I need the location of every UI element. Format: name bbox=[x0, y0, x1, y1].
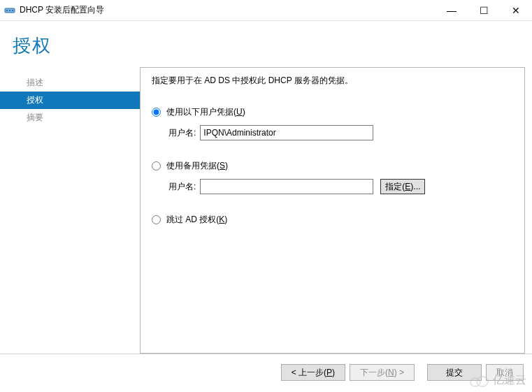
svg-rect-1 bbox=[6, 10, 8, 11]
radio-use-alt-creds[interactable] bbox=[152, 161, 161, 170]
window-title: DHCP 安装后配置向导 bbox=[20, 4, 436, 16]
radio-skip-ad-auth[interactable] bbox=[152, 215, 161, 224]
header: 授权 bbox=[0, 21, 532, 67]
svg-rect-3 bbox=[12, 10, 13, 11]
option1-label: 使用以下用户凭据(U) bbox=[166, 106, 245, 118]
current-creds-field: 用户名: bbox=[168, 125, 513, 140]
footer: < 上一步(P) 下一步(N) > 提交 取消 bbox=[0, 354, 532, 391]
commit-button[interactable]: 提交 bbox=[427, 364, 482, 381]
sidebar-item-summary[interactable]: 摘要 bbox=[0, 109, 140, 126]
window-controls: — ☐ ✕ bbox=[436, 0, 532, 20]
back-button[interactable]: < 上一步(P) bbox=[281, 364, 345, 381]
close-button[interactable]: ✕ bbox=[500, 0, 532, 20]
radio-use-current-creds[interactable] bbox=[152, 108, 161, 117]
minimize-button[interactable]: — bbox=[436, 0, 468, 20]
option3-label: 跳过 AD 授权(K) bbox=[166, 214, 227, 226]
sidebar: 描述 授权 摘要 bbox=[0, 67, 140, 354]
cancel-button[interactable]: 取消 bbox=[486, 364, 524, 381]
page-title: 授权 bbox=[13, 34, 532, 58]
option-use-alt-creds[interactable]: 使用备用凭据(S) bbox=[152, 160, 513, 172]
option-use-current-creds[interactable]: 使用以下用户凭据(U) bbox=[152, 106, 513, 118]
username-label-2: 用户名: bbox=[168, 181, 196, 193]
main: 描述 授权 摘要 指定要用于在 AD DS 中授权此 DHCP 服务器的凭据。 … bbox=[0, 67, 532, 354]
svg-rect-2 bbox=[9, 10, 10, 11]
specify-button[interactable]: 指定(E)... bbox=[380, 179, 425, 194]
instruction-text: 指定要用于在 AD DS 中授权此 DHCP 服务器的凭据。 bbox=[152, 75, 513, 87]
username-label-1: 用户名: bbox=[168, 127, 196, 139]
titlebar: DHCP 安装后配置向导 — ☐ ✕ bbox=[0, 0, 532, 21]
sidebar-item-description[interactable]: 描述 bbox=[0, 74, 140, 92]
dhcp-icon bbox=[4, 5, 15, 16]
username-input-1[interactable] bbox=[200, 125, 373, 140]
sidebar-item-authorization[interactable]: 授权 bbox=[0, 92, 140, 109]
next-button[interactable]: 下一步(N) > bbox=[350, 364, 415, 381]
option-skip-ad-auth[interactable]: 跳过 AD 授权(K) bbox=[152, 214, 513, 226]
option2-label: 使用备用凭据(S) bbox=[166, 160, 228, 172]
alt-creds-field: 用户名: 指定(E)... bbox=[168, 179, 513, 194]
content-panel: 指定要用于在 AD DS 中授权此 DHCP 服务器的凭据。 使用以下用户凭据(… bbox=[140, 67, 525, 354]
username-input-2[interactable] bbox=[200, 179, 373, 194]
maximize-button[interactable]: ☐ bbox=[468, 0, 500, 20]
